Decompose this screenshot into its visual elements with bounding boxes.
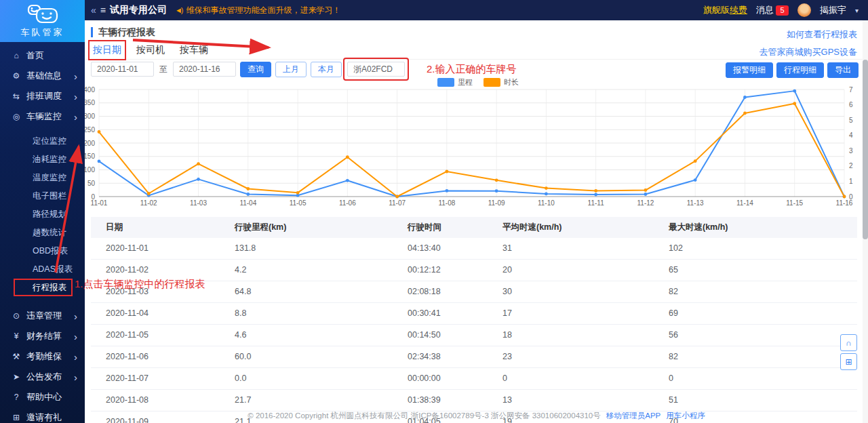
tab-by-driver[interactable]: 按司机 (136, 44, 165, 56)
sidebar-subitem[interactable]: 趟数统计 (0, 224, 85, 242)
scrollbar-thumb[interactable] (863, 60, 868, 239)
tab-by-vehicle[interactable]: 按车辆 (180, 44, 208, 56)
table-header-cell: 行驶时间 (393, 217, 488, 238)
x-axis-tick: 11-15 (786, 199, 803, 207)
footer-link[interactable]: 移动管理员APP (606, 411, 661, 420)
table-cell: 0.0 (220, 368, 393, 389)
sidebar-subitem[interactable]: 定位监控 (0, 132, 85, 150)
messages-label: 消息 (756, 4, 774, 16)
car-logo-icon (26, 4, 59, 24)
sidebar-item-label: 公告发布 (26, 371, 62, 383)
help-link[interactable]: 如何查看行程报表 (787, 28, 857, 41)
this-month-button[interactable]: 本月 (311, 62, 342, 77)
table-cell: 82 (654, 281, 857, 302)
left-axis-tick: 300 (85, 113, 95, 120)
renew-link[interactable]: 续费 (730, 5, 747, 15)
sidebar-item-home[interactable]: ⌂首页 (0, 45, 85, 66)
x-axis-tick: 11-09 (488, 199, 505, 207)
gift-icon: ⊞ (845, 357, 852, 367)
export-button[interactable]: 导出 (827, 62, 859, 78)
table-row: 2020-11-0821.701:38:391351 (91, 390, 857, 411)
gps-shop-link[interactable]: 去管家商城购买GPS设备 (760, 46, 857, 58)
sidebar-subitem[interactable]: 温度监控 (0, 169, 85, 187)
copyright-text: © 2016-2020 Copyright 杭州圆点科技有限公司 浙ICP备16… (248, 411, 600, 420)
avatar[interactable] (797, 3, 811, 17)
sidebar-item-finance[interactable]: ¥财务结算› (0, 326, 85, 346)
company-switcher[interactable]: 试用专用公司 (110, 4, 167, 16)
sidebar-item-label: 财务结算 (26, 330, 62, 342)
table-cell: 00:12:12 (393, 260, 488, 281)
sidebar-submenu: 定位监控油耗监控温度监控电子围栏路径规划趟数统计OBD报表ADAS报表行程报表 (0, 127, 85, 302)
table-cell: 01:38:39 (393, 390, 488, 411)
right-axis-tick: 2 (849, 162, 853, 169)
sidebar-item-basic-info[interactable]: ⚙基础信息› (0, 66, 85, 86)
data-point (545, 193, 548, 196)
query-button[interactable]: 查询 (240, 62, 271, 77)
table-cell: 17 (488, 303, 654, 324)
table-cell: 4.6 (220, 325, 393, 346)
sidebar-item-violation[interactable]: ⊙违章管理› (0, 306, 85, 326)
table-cell: 00:30:41 (393, 303, 488, 324)
plate-input[interactable] (347, 62, 405, 77)
table-row: 2020-11-0364.802:08:183082 (91, 281, 857, 303)
data-point (644, 188, 648, 192)
sidebar-item-label: 首页 (26, 49, 44, 62)
sidebar-subitem[interactable]: OBD报表 (0, 242, 85, 260)
alarm-detail-button[interactable]: 报警明细 (726, 62, 773, 78)
table-cell: 18 (488, 325, 654, 346)
x-axis-tick: 11-13 (687, 199, 704, 207)
plan-renew-link[interactable]: 旗舰版续费 (703, 4, 747, 16)
support-button[interactable]: ∩ (840, 334, 857, 351)
date-from-input[interactable] (91, 62, 154, 77)
date-to-input[interactable] (173, 62, 236, 77)
sidebar-subitem[interactable]: 油耗监控 (0, 150, 85, 169)
table-cell: 2020-11-03 (91, 281, 220, 302)
data-point (495, 189, 498, 193)
table-cell: 69 (654, 303, 857, 324)
tab-by-date[interactable]: 按日期 (93, 44, 121, 56)
right-axis-tick: 7 (849, 86, 853, 94)
data-point (793, 102, 796, 105)
data-point (346, 155, 349, 159)
sidebar-subitem[interactable]: 路径规划 (0, 205, 85, 224)
username[interactable]: 揭振宇 (820, 4, 846, 16)
caret-down-icon[interactable]: ▾ (855, 7, 859, 14)
sidebar-subitem-trip-report[interactable]: 行程报表 (0, 279, 85, 297)
table-cell: 2020-11-06 (91, 346, 220, 367)
trip-detail-button[interactable]: 行程明细 (776, 62, 824, 78)
announcement-text[interactable]: 维保和事故管理功能全面升级，进来学习！ (186, 5, 341, 16)
sidebar-item-attendance[interactable]: ⚒考勤维保› (0, 346, 85, 367)
sidebar-item-announce[interactable]: ➤公告发布› (0, 367, 85, 387)
sidebar-item-help[interactable]: ?帮助中心 (0, 387, 85, 407)
table-cell: 60.0 (220, 346, 393, 367)
filter-row: 至 查询 上月 本月 2.输入正确的车牌号 (91, 61, 517, 77)
table-row: 2020-11-01131.804:13:4031102 (91, 238, 857, 260)
data-point (98, 130, 101, 134)
table-cell: 30 (488, 281, 654, 302)
left-axis-tick: 400 (85, 86, 95, 94)
table-cell: 4.2 (220, 260, 393, 281)
gear-icon: ⚙ (11, 71, 22, 81)
content-area: 车辆行程报表 如何查看行程报表 按日期按司机按车辆 去管家商城购买GPS设备 至… (85, 20, 868, 423)
sidebar-subitem[interactable]: 电子围栏 (0, 187, 85, 205)
series-line-里程 (99, 91, 844, 197)
prev-month-button[interactable]: 上月 (275, 62, 307, 77)
gift-button[interactable]: ⊞ (840, 353, 857, 370)
table-cell: 00:14:50 (393, 325, 488, 346)
collapse-sidebar-icon[interactable]: « (91, 5, 96, 16)
sidebar-subitem[interactable]: ADAS报表 (0, 260, 85, 279)
footer-link[interactable]: 用车小程序 (666, 411, 705, 420)
hamburger-icon[interactable]: ≡ (100, 5, 106, 16)
app-name: 车队管家 (21, 26, 64, 39)
sidebar-item-invite[interactable]: ⊞邀请有礼 (0, 407, 85, 423)
right-axis-tick: 3 (849, 147, 853, 155)
sidebar-item-scheduling[interactable]: ⇆排班调度› (0, 86, 85, 106)
speaker-icon: ◄) (175, 6, 182, 14)
chevron-right-icon: › (74, 372, 77, 382)
table-cell: 02:34:38 (393, 346, 488, 367)
sidebar-item-vehicle-monitor[interactable]: ◎车辆监控› (0, 106, 85, 127)
messages-button[interactable]: 消息 5 (756, 4, 789, 16)
table-row: 2020-11-054.600:14:501856 (91, 325, 857, 346)
location-icon: ◎ (11, 112, 22, 121)
sidebar-item-label: 邀请有礼 (26, 411, 62, 423)
